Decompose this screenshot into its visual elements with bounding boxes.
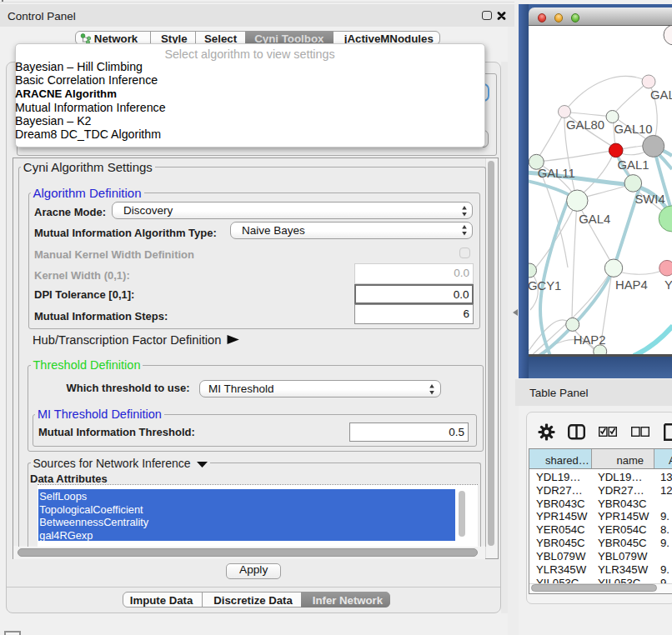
svg-text:GAL4: GAL4 bbox=[579, 212, 610, 226]
svg-text:GCY1: GCY1 bbox=[529, 279, 561, 292]
svg-text:HAP2: HAP2 bbox=[574, 333, 606, 347]
svg-text:GAL80: GAL80 bbox=[566, 118, 604, 132]
svg-text:Y: Y bbox=[664, 278, 672, 292]
svg-text:SWI4: SWI4 bbox=[635, 192, 665, 206]
svg-text:GAL10: GAL10 bbox=[614, 122, 653, 136]
svg-text:GAL2: GAL2 bbox=[650, 88, 672, 102]
svg-text:GAL1: GAL1 bbox=[618, 158, 649, 172]
svg-text:HAP4: HAP4 bbox=[615, 278, 648, 292]
svg-text:GAL11: GAL11 bbox=[538, 167, 575, 180]
